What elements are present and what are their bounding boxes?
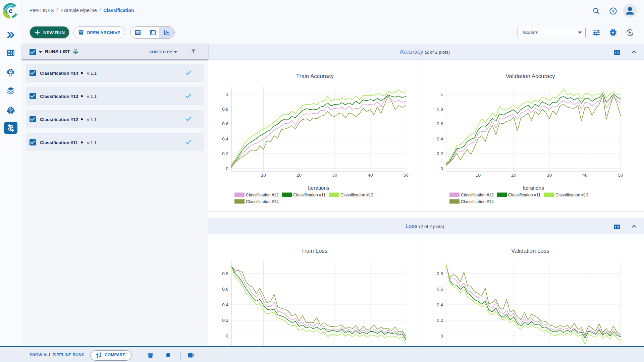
svg-text:Iterations: Iterations <box>308 185 329 191</box>
svg-text:Validation Loss: Validation Loss <box>511 248 549 254</box>
svg-text:c: c <box>9 7 12 14</box>
svg-text:0.2: 0.2 <box>437 151 443 156</box>
svg-text:0.8: 0.8 <box>222 271 228 276</box>
svg-text:0: 0 <box>440 334 443 339</box>
svg-text:0.6: 0.6 <box>222 121 228 126</box>
svg-text:20: 20 <box>511 173 516 178</box>
svg-text:Train Loss: Train Loss <box>301 248 328 254</box>
svg-text:Classification #14: Classification #14 <box>461 199 494 204</box>
svg-text:0.4: 0.4 <box>222 136 228 141</box>
svg-text:50: 50 <box>618 173 623 178</box>
svg-text:0.8: 0.8 <box>437 107 443 112</box>
svg-text:0.8: 0.8 <box>437 271 443 276</box>
svg-text:Classification #11: Classification #11 <box>508 193 541 197</box>
svg-text:Classification #14: Classification #14 <box>246 199 279 204</box>
svg-text:Classification #13: Classification #13 <box>555 193 588 197</box>
svg-text:30: 30 <box>332 173 337 178</box>
svg-text:10: 10 <box>476 173 481 178</box>
svg-text:0.6: 0.6 <box>437 121 443 126</box>
svg-text:20: 20 <box>297 173 302 178</box>
svg-text:Classification #12: Classification #12 <box>461 193 494 197</box>
svg-text:0: 0 <box>226 166 228 171</box>
svg-text:0: 0 <box>440 166 443 171</box>
svg-text:0.4: 0.4 <box>437 302 443 307</box>
svg-text:Train Accuracy: Train Accuracy <box>296 73 334 79</box>
svg-text:0.6: 0.6 <box>222 287 228 292</box>
svg-text:Iterations: Iterations <box>523 185 544 191</box>
svg-text:0.4: 0.4 <box>222 302 228 307</box>
svg-text:0.4: 0.4 <box>437 136 443 141</box>
svg-text:50: 50 <box>403 173 408 178</box>
svg-text:40: 40 <box>582 173 587 178</box>
svg-text:0: 0 <box>226 334 228 339</box>
svg-text:Classification #11: Classification #11 <box>293 193 326 197</box>
svg-text:Classification #13: Classification #13 <box>340 193 373 197</box>
svg-text:Classification #12: Classification #12 <box>246 193 279 197</box>
svg-text:10: 10 <box>261 173 266 178</box>
svg-text:?: ? <box>612 9 614 14</box>
svg-text:0.2: 0.2 <box>437 318 443 323</box>
svg-text:0.2: 0.2 <box>222 318 228 323</box>
svg-text:0.2: 0.2 <box>222 151 228 156</box>
svg-text:1: 1 <box>226 92 228 97</box>
svg-text:0.6: 0.6 <box>437 287 443 292</box>
svg-text:1: 1 <box>440 92 443 97</box>
svg-text:0.8: 0.8 <box>222 107 228 112</box>
svg-text:40: 40 <box>368 173 373 178</box>
svg-text:30: 30 <box>547 173 552 178</box>
svg-text:Validation Accuracy: Validation Accuracy <box>505 73 555 79</box>
